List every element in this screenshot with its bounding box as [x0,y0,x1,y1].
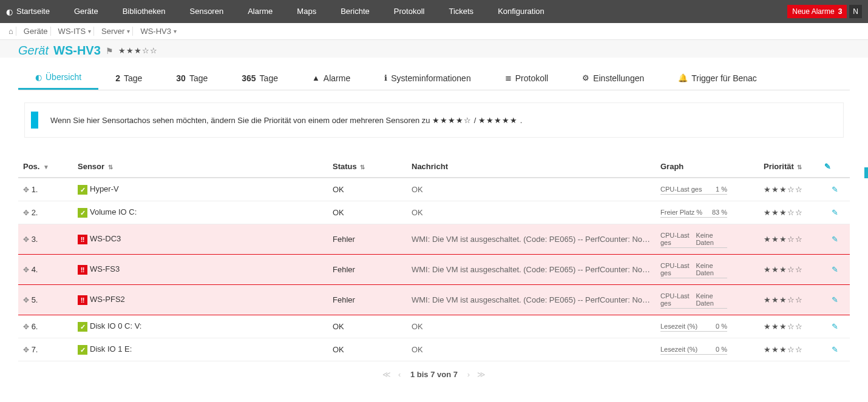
drag-handle-icon[interactable]: ✥ [23,235,29,244]
sensor-name[interactable]: Disk IO 1 E: [90,344,132,353]
graph-value: 0 % [716,323,727,330]
drag-handle-icon[interactable]: ✥ [23,323,29,331]
th-message[interactable]: Nachricht [407,156,656,178]
th-priority[interactable]: Priorität ⇅ [759,156,819,178]
prtg-logo-icon: ◐ [6,7,13,16]
nav-item-konfiguration[interactable]: Konfiguration [486,0,557,23]
nav-item-maps[interactable]: Maps [285,0,328,23]
edit-row-button[interactable]: ✎ [832,322,838,331]
table-row[interactable]: ✥ 6.✓Disk IO 0 C: V:OKOKLesezeit (%)0 %★… [18,315,850,338]
priority-stars[interactable]: ★★★☆☆ [759,315,819,338]
priority-stars[interactable]: ★★★☆☆ [759,338,819,361]
tab-tage[interactable]: 2 Tage [98,67,159,89]
drag-handle-icon[interactable]: ✥ [23,296,29,304]
table-row[interactable]: ✥ 1.✓Hyper-VOKOKCPU-Last ges1 %★★★☆☆✎ [18,178,850,201]
pager-text: 1 bis 7 von 7 [405,370,463,379]
sensor-name[interactable]: Disk IO 0 C: V: [90,321,141,330]
tab-tage[interactable]: 365 Tage [225,67,295,89]
sort-desc-icon: ▼ [43,164,49,170]
mini-graph[interactable]: Lesezeit (%)0 % [660,344,727,355]
priority-stars[interactable]: ★★★☆☆ [759,255,819,285]
edit-row-button[interactable]: ✎ [832,208,838,217]
table-row[interactable]: ✥ 2.✓Volume IO C:OKOKFreier Platz %83 %★… [18,201,850,224]
edit-icon: ✎ [824,162,831,171]
drag-handle-icon[interactable]: ✥ [23,266,29,274]
pager-next[interactable]: › [465,370,472,379]
drag-handle-icon[interactable]: ✥ [23,346,29,354]
stars-5-icon: ★★★★★ [478,116,518,125]
mini-graph[interactable]: CPU-Last gesKeine Daten [660,261,727,278]
table-row[interactable]: ✥ 7.✓Disk IO 1 E:OKOKLesezeit (%)0 %★★★☆… [18,338,850,361]
right-drawer-handle[interactable] [864,167,868,178]
tab-tage[interactable]: 30 Tage [159,67,225,89]
mini-graph[interactable]: Freier Platz %83 % [660,207,727,218]
sensor-name[interactable]: WS-PFS2 [90,295,125,304]
table-row[interactable]: ✥ 5.‼WS-PFS2FehlerWMI: Die VM ist ausges… [18,285,850,315]
sensor-name[interactable]: Volume IO C: [90,207,137,216]
device-priority-stars[interactable]: ★★★☆☆ [118,46,158,55]
tab-übersicht[interactable]: ◐ Übersicht [18,66,98,90]
tab-protokoll[interactable]: ≣ Protokoll [488,67,565,89]
th-status[interactable]: Status ⇅ [328,156,407,178]
new-alarms-badge[interactable]: Neue Alarme 3 [787,5,847,18]
priority-stars[interactable]: ★★★☆☆ [759,224,819,255]
mini-graph[interactable]: CPU-Last gesKeine Daten [660,230,727,248]
breadcrumb-item[interactable]: Geräte [21,27,51,36]
breadcrumb-home[interactable]: ⌂ [6,27,16,36]
priority-stars[interactable]: ★★★☆☆ [759,285,819,315]
graph-label: Freier Platz % [660,209,702,216]
pager-prev[interactable]: ‹ [396,370,403,379]
th-edit[interactable]: ✎ [819,156,850,178]
drag-handle-icon[interactable]: ✥ [23,186,29,194]
nav-item-bibliotheken[interactable]: Bibliotheken [110,0,178,23]
mini-graph[interactable]: Lesezeit (%)0 % [660,321,727,332]
th-graph[interactable]: Graph [656,156,759,178]
breadcrumb-label: Server [101,27,124,36]
row-pos: 1. [32,185,38,194]
edit-row-button[interactable]: ✎ [832,265,838,274]
priority-stars[interactable]: ★★★☆☆ [759,201,819,224]
tab-alarme[interactable]: ▲ Alarme [295,67,367,89]
nav-item-sensoren[interactable]: Sensoren [178,0,236,23]
mini-graph[interactable]: CPU-Last ges1 % [660,184,727,195]
tab-trigger-für-benac[interactable]: 🔔 Trigger für Benac [661,67,774,89]
message-cell: WMI: Die VM ist ausgeschaltet. (Code: PE… [407,224,656,255]
nav-item-tickets[interactable]: Tickets [436,0,486,23]
nav-item-protokoll[interactable]: Protokoll [382,0,437,23]
tab-systeminformationen[interactable]: ℹ Systeminformationen [367,67,488,89]
mini-graph[interactable]: CPU-Last gesKeine Daten [660,291,727,309]
status-cell: Fehler [328,285,407,315]
row-pos: 7. [32,345,38,354]
nav-item-geräte[interactable]: Geräte [62,0,110,23]
th-sensor[interactable]: Sensor ⇅ [73,156,328,178]
edit-row-button[interactable]: ✎ [832,185,838,194]
nav-item-alarme[interactable]: Alarme [236,0,285,23]
breadcrumb-item[interactable]: Server▾ [99,27,133,36]
nav-extra-button[interactable]: N [849,5,862,18]
status-ok-icon: ✓ [78,322,87,332]
breadcrumb: ⌂ GeräteWS-ITS▾Server▾WS-HV3▾ [0,23,868,40]
pager-last[interactable]: ≫ [475,370,488,379]
tab-label: Protokoll [515,73,548,83]
edit-row-button[interactable]: ✎ [832,345,838,354]
tab-einstellungen[interactable]: ⚙ Einstellungen [565,67,661,89]
edit-row-button[interactable]: ✎ [832,235,838,244]
pager-first[interactable]: ≪ [380,370,393,379]
graph-label: CPU-Last ges [660,186,702,193]
sensor-name[interactable]: Hyper-V [90,184,119,193]
table-row[interactable]: ✥ 3.‼WS-DC3FehlerWMI: Die VM ist ausgesc… [18,224,850,255]
flag-icon[interactable]: ⚑ [106,46,114,56]
table-row[interactable]: ✥ 4.‼WS-FS3FehlerWMI: Die VM ist ausgesc… [18,255,850,285]
nav-item-berichte[interactable]: Berichte [328,0,382,23]
breadcrumb-item[interactable]: WS-HV3▾ [138,27,179,36]
status-cell: Fehler [328,224,407,255]
edit-row-button[interactable]: ✎ [832,295,838,304]
nav-item-startseite[interactable]: Startseite [16,0,62,23]
breadcrumb-item[interactable]: WS-ITS▾ [56,27,95,36]
priority-stars[interactable]: ★★★☆☆ [759,178,819,201]
sensor-name[interactable]: WS-FS3 [90,264,120,273]
tab-label: Trigger für Benac [691,73,757,83]
th-pos[interactable]: Pos. ▼ [18,156,73,178]
sensor-name[interactable]: WS-DC3 [90,234,121,243]
drag-handle-icon[interactable]: ✥ [23,209,29,217]
